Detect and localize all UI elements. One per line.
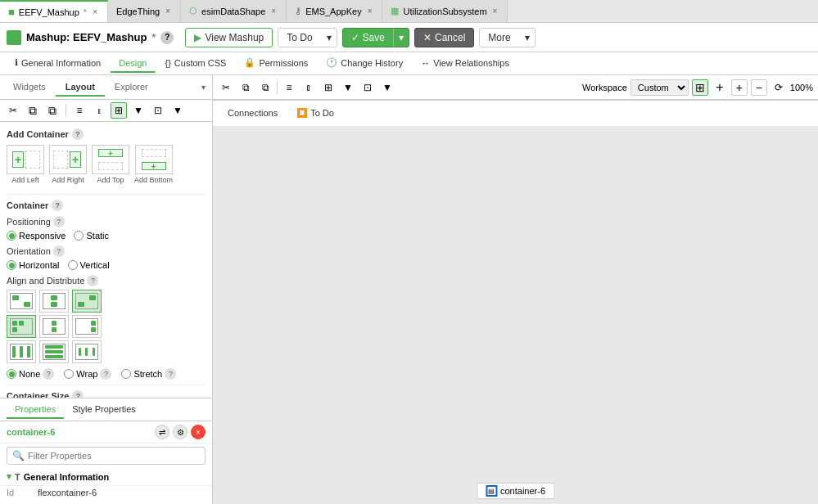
align-center-icon[interactable]: ⫾: [91, 102, 107, 119]
tab-layout[interactable]: Layout: [56, 79, 105, 97]
todo-main[interactable]: To Do: [278, 29, 320, 47]
save-main[interactable]: ✓ Save: [343, 29, 393, 47]
more-main[interactable]: More: [480, 29, 518, 47]
nav-general-info[interactable]: ℹ General Information: [7, 54, 109, 73]
wrap-none-radio[interactable]: [7, 369, 16, 379]
canvas-layout-dropdown[interactable]: ▼: [340, 79, 356, 96]
vertical-radio[interactable]: [68, 260, 78, 270]
positioning-help-icon[interactable]: ?: [53, 216, 65, 227]
todo-arrow[interactable]: ▾: [321, 29, 337, 47]
wrap-stretch-radio[interactable]: [121, 369, 131, 379]
tab-close-util[interactable]: ×: [491, 7, 499, 16]
tab-esim-data-shape[interactable]: ⬡ esimDataShape ×: [181, 0, 287, 22]
add-bottom-button[interactable]: + Add Bottom: [134, 145, 173, 184]
filter-input[interactable]: [28, 451, 200, 461]
more-button[interactable]: More ▾: [479, 28, 535, 47]
orientation-vertical[interactable]: Vertical: [68, 260, 110, 270]
general-info-header[interactable]: ▾ T General Information: [0, 468, 212, 486]
container-help-icon[interactable]: ?: [52, 200, 63, 211]
align-mid-right-button[interactable]: [72, 315, 102, 338]
nav-permissions[interactable]: 🔒 Permissions: [236, 54, 316, 73]
distribute-h-button[interactable]: [7, 340, 36, 363]
horizontal-radio[interactable]: [7, 260, 16, 270]
cut-icon[interactable]: ✂: [5, 102, 21, 119]
more-arrow[interactable]: ▾: [519, 29, 535, 47]
zoom-reset-icon[interactable]: ⟳: [771, 79, 787, 96]
close-prop-icon[interactable]: ×: [191, 425, 206, 439]
align-tool-icon[interactable]: ⊞: [111, 102, 127, 119]
tab-close-eefv[interactable]: ×: [91, 7, 99, 16]
distribute-mixed-button[interactable]: [72, 340, 102, 363]
cancel-button[interactable]: ✕ Cancel: [414, 28, 474, 47]
orientation-horizontal[interactable]: Horizontal: [7, 260, 60, 270]
canvas-arrange-dropdown[interactable]: ▼: [379, 79, 395, 96]
align-left-icon[interactable]: ≡: [71, 102, 88, 119]
wrap-none-help-icon[interactable]: ?: [43, 368, 54, 380]
wrap-stretch-help-icon[interactable]: ?: [165, 368, 176, 380]
tab-style-properties[interactable]: Style Properties: [64, 401, 144, 419]
add-left-button[interactable]: + Add Left: [7, 145, 44, 184]
align-mid-left-button[interactable]: [7, 315, 36, 338]
tab-ems-appkey[interactable]: ⚷ EMS_AppKey ×: [287, 0, 382, 22]
paste-canvas-icon[interactable]: ⧉: [257, 79, 273, 96]
positioning-static[interactable]: Static: [74, 231, 109, 241]
layout-dropdown-icon[interactable]: ▼: [169, 102, 186, 119]
toolbar-help-icon[interactable]: ?: [160, 31, 174, 44]
canvas-tab-connections[interactable]: Connections: [219, 105, 286, 123]
tab-explorer[interactable]: Explorer: [105, 79, 158, 97]
wrap-wrap-radio[interactable]: [64, 369, 74, 379]
static-radio[interactable]: [74, 231, 84, 241]
align-help-icon[interactable]: ?: [87, 275, 98, 286]
align-dropdown-icon[interactable]: ▼: [130, 102, 147, 119]
align-horiz-icon[interactable]: ≡: [281, 79, 297, 96]
save-button[interactable]: ✓ Save ▾: [342, 28, 409, 47]
layout-icon[interactable]: ⊡: [150, 102, 166, 119]
tab-utilization[interactable]: ▦ UtilizationSubsystem ×: [382, 0, 508, 22]
panel-tab-expand-icon[interactable]: ▾: [198, 79, 209, 95]
orientation-help-icon[interactable]: ?: [53, 245, 65, 257]
tab-edge-thing[interactable]: EdgeThing ×: [108, 0, 181, 22]
add-top-button[interactable]: + Add Top: [92, 145, 129, 184]
canvas-tab-todo[interactable]: 📋 To Do: [289, 105, 342, 123]
align-top-right-button[interactable]: [72, 290, 102, 313]
copy-icon[interactable]: ⧉: [25, 102, 41, 119]
distribute-v-button[interactable]: [39, 340, 69, 363]
responsive-radio[interactable]: [7, 231, 16, 241]
cut-canvas-icon[interactable]: ✂: [218, 79, 234, 96]
tab-widgets[interactable]: Widgets: [3, 79, 56, 97]
positioning-responsive[interactable]: Responsive: [7, 231, 66, 241]
tab-close-esim[interactable]: ×: [269, 7, 278, 16]
wrap-stretch[interactable]: Stretch ?: [121, 368, 176, 380]
align-mid-center-button[interactable]: [39, 315, 69, 338]
zoom-out-button[interactable]: −: [751, 79, 767, 96]
copy-canvas-icon[interactable]: ⧉: [237, 79, 254, 96]
wrap-wrap[interactable]: Wrap ?: [64, 368, 111, 380]
paste-icon[interactable]: ⧉: [44, 102, 61, 119]
tab-close-edge[interactable]: ×: [164, 7, 172, 16]
zoom-in-button[interactable]: +: [731, 79, 748, 96]
nav-view-relationships[interactable]: ↔ View Relationships: [413, 55, 517, 73]
workspace-select[interactable]: Custom Desktop Tablet Mobile: [630, 79, 689, 96]
nav-custom-css[interactable]: {} Custom CSS: [156, 55, 234, 73]
align-vert-icon[interactable]: ⫾: [301, 79, 317, 96]
save-arrow[interactable]: ▾: [393, 29, 409, 47]
canvas-layout-icon[interactable]: ⊞: [320, 79, 337, 96]
align-top-left-button[interactable]: [7, 290, 36, 313]
add-container-help-icon[interactable]: ?: [72, 128, 84, 140]
nav-design[interactable]: Design: [111, 55, 155, 73]
gear-icon[interactable]: ⚙: [173, 425, 188, 439]
add-right-button[interactable]: + Add Right: [49, 145, 87, 184]
share-icon[interactable]: ⇌: [155, 425, 169, 439]
align-top-center-button[interactable]: [39, 290, 69, 313]
responsive-icon[interactable]: ⊞: [692, 79, 708, 96]
wrap-wrap-help-icon[interactable]: ?: [100, 368, 111, 380]
tab-properties[interactable]: Properties: [7, 401, 64, 419]
tab-close-ems[interactable]: ×: [366, 7, 374, 16]
tab-eefv-mashup[interactable]: ■ EEFV_Mashup * ×: [0, 0, 108, 22]
wrap-none[interactable]: None ?: [7, 368, 54, 380]
canvas-add-icon[interactable]: +: [712, 79, 728, 96]
container-size-help-icon[interactable]: ?: [72, 390, 84, 398]
todo-button[interactable]: To Do ▾: [278, 28, 337, 47]
view-mashup-button[interactable]: ▶ View Mashup: [185, 28, 273, 47]
nav-change-history[interactable]: 🕐 Change History: [318, 54, 411, 73]
